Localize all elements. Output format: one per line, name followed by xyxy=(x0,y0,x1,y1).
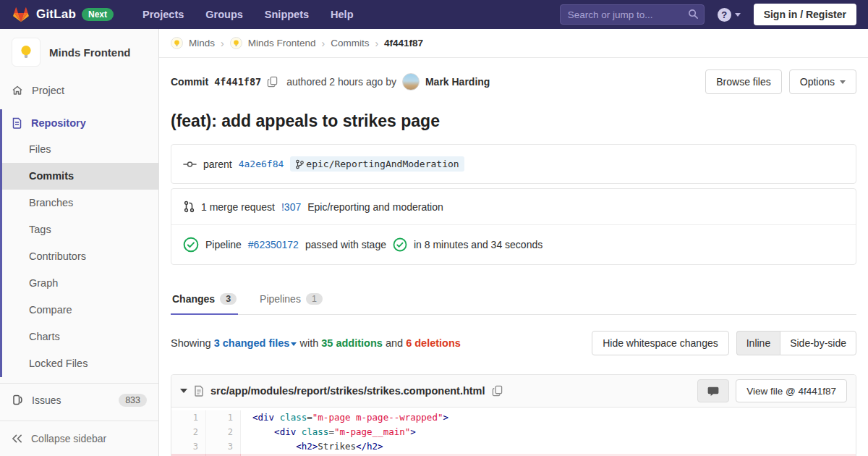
author-avatar[interactable] xyxy=(402,73,420,90)
collapse-sidebar-label: Collapse sidebar xyxy=(31,433,106,444)
diff-line-row: 11<div class="m-page m-page--wrapped"> xyxy=(171,410,856,425)
sidebar-item-label: Repository xyxy=(31,117,86,129)
pipeline-row: Pipeline #62350172 passed with stage in … xyxy=(171,224,856,264)
breadcrumb-project-link[interactable]: Minds Frontend xyxy=(248,38,316,48)
options-dropdown-button[interactable]: Options xyxy=(789,69,856,94)
code-line: <div class="m-page m-page--wrapped"> xyxy=(241,410,856,425)
gitlab-home-link[interactable]: GitLab Next xyxy=(12,5,114,24)
tab-label: Pipelines xyxy=(260,293,301,305)
options-label: Options xyxy=(800,76,835,88)
global-search xyxy=(560,4,705,25)
sidebar-item-charts[interactable]: Charts xyxy=(2,324,158,350)
project-sidebar: Minds Frontend Project Repository Files … xyxy=(0,29,159,456)
stage-status-icon[interactable] xyxy=(393,237,407,252)
parent-sha-link[interactable]: 4a2e6f84 xyxy=(239,159,284,169)
toggle-comments-button[interactable] xyxy=(697,379,729,402)
commit-status-box: 1 merge request !307 Epic/reporting and … xyxy=(171,188,856,265)
issues-count-badge: 833 xyxy=(119,394,147,407)
brand-wordmark: GitLab xyxy=(36,7,76,22)
commit-label: Commit xyxy=(171,76,208,88)
changed-files-dropdown[interactable]: 3 changed files xyxy=(214,337,297,349)
branch-icon xyxy=(295,159,304,169)
merge-request-prefix: 1 merge request xyxy=(201,201,275,213)
sidebar-section-repository: Repository Files Commits Branches Tags C… xyxy=(0,109,158,377)
old-line-number[interactable]: 3 xyxy=(171,439,206,454)
browse-files-button[interactable]: Browse files xyxy=(705,69,781,94)
merge-request-link[interactable]: !307 xyxy=(281,201,301,213)
project-avatar-small xyxy=(230,37,242,49)
issues-icon xyxy=(12,394,23,406)
hide-whitespace-button[interactable]: Hide whitespace changes xyxy=(592,331,729,355)
question-icon: ? xyxy=(718,8,731,22)
tab-pipelines[interactable]: Pipelines 1 xyxy=(258,285,324,314)
file-path[interactable]: src/app/modules/report/strikes/strikes.c… xyxy=(210,385,485,397)
old-line-number[interactable]: 1 xyxy=(171,410,206,425)
sidebar-item-label: Project xyxy=(32,85,64,96)
sidebar-item-branches[interactable]: Branches xyxy=(2,190,158,216)
search-input[interactable] xyxy=(560,4,705,25)
diff-line-row: 22 <div class="m-page__main"> xyxy=(171,425,856,439)
sidebar-item-issues[interactable]: Issues 833 xyxy=(0,384,158,416)
pipeline-duration: in 8 minutes and 34 seconds xyxy=(414,239,542,250)
nav-snippets[interactable]: Snippets xyxy=(265,9,309,20)
pipelines-count-badge: 1 xyxy=(306,293,323,305)
sidebar-item-compare[interactable]: Compare xyxy=(2,297,158,324)
commit-parent-box: parent 4a2e6f84 epic/ReportingAndModerat… xyxy=(171,144,856,184)
primary-nav: Projects Groups Snippets Help xyxy=(142,9,353,20)
main-content: Minds › Minds Frontend › Commits › 4f441… xyxy=(159,29,868,456)
new-line-number[interactable]: 2 xyxy=(206,425,241,439)
old-line-number[interactable]: 2 xyxy=(171,425,206,439)
code-line: <div class="m-page__main"> xyxy=(241,425,856,439)
sidebar-item-commits[interactable]: Commits xyxy=(2,163,158,190)
pipeline-label: Pipeline xyxy=(205,239,242,250)
showing-label: Showing xyxy=(171,337,211,349)
help-dropdown[interactable]: ? xyxy=(718,8,741,22)
collapse-file-caret-icon[interactable] xyxy=(180,389,187,393)
sidebar-item-tags[interactable]: Tags xyxy=(2,216,158,243)
parent-label: parent xyxy=(203,159,232,170)
code-line: <h2>Strikes</h2> xyxy=(241,439,856,454)
branch-tag[interactable]: epic/ReportingAndModeration xyxy=(290,156,464,172)
tab-label: Changes xyxy=(172,293,215,305)
new-line-number[interactable]: 1 xyxy=(206,410,241,425)
search-icon xyxy=(688,9,699,20)
project-context-header[interactable]: Minds Frontend xyxy=(0,29,158,77)
pipeline-status-text: passed with stage xyxy=(305,239,386,250)
sidebar-item-repository[interactable]: Repository xyxy=(2,109,158,136)
document-icon xyxy=(12,117,22,129)
sidebar-item-contributors[interactable]: Contributors xyxy=(2,243,158,270)
breadcrumb-group-link[interactable]: Minds xyxy=(189,38,215,48)
sidebar-item-files[interactable]: Files xyxy=(2,136,158,163)
group-avatar xyxy=(171,37,183,49)
sidebar-item-locked-files[interactable]: Locked Files xyxy=(2,350,158,377)
file-icon xyxy=(194,385,204,397)
collapse-sidebar-button[interactable]: Collapse sidebar xyxy=(0,421,158,456)
sidebar-item-label: Issues xyxy=(32,394,110,406)
copy-path-icon[interactable] xyxy=(492,385,503,397)
pipeline-link[interactable]: #62350172 xyxy=(248,239,299,250)
pipeline-status-icon[interactable] xyxy=(183,237,199,253)
diff-line-row: 33 <h2>Strikes</h2> xyxy=(171,439,856,454)
project-avatar xyxy=(12,38,41,67)
side-by-side-view-button[interactable]: Side-by-side xyxy=(780,331,856,355)
nav-projects[interactable]: Projects xyxy=(142,9,184,20)
gitlab-tanuki-logo-icon xyxy=(12,5,30,24)
project-title: Minds Frontend xyxy=(49,46,131,59)
breadcrumb-commits-link[interactable]: Commits xyxy=(331,38,369,48)
merge-request-row: 1 merge request !307 Epic/reporting and … xyxy=(171,189,856,224)
sidebar-item-graph[interactable]: Graph xyxy=(2,270,158,297)
sign-in-register-button[interactable]: Sign in / Register xyxy=(754,4,856,25)
new-line-number[interactable]: 3 xyxy=(206,439,241,454)
chevron-down-icon xyxy=(291,342,297,346)
copy-sha-icon[interactable] xyxy=(267,76,278,88)
sidebar-item-project[interactable]: Project xyxy=(0,77,158,104)
view-file-button[interactable]: View file @ 4f441f87 xyxy=(736,379,847,402)
deletions-count: 6 deletions xyxy=(406,337,461,349)
nav-groups[interactable]: Groups xyxy=(205,9,243,20)
author-name[interactable]: Mark Harding xyxy=(425,76,490,88)
breadcrumb-current-sha: 4f441f87 xyxy=(384,38,423,48)
double-chevron-left-icon xyxy=(12,434,22,444)
tab-changes[interactable]: Changes 3 xyxy=(171,285,238,314)
nav-help[interactable]: Help xyxy=(331,9,353,20)
inline-view-button[interactable]: Inline xyxy=(736,331,780,355)
